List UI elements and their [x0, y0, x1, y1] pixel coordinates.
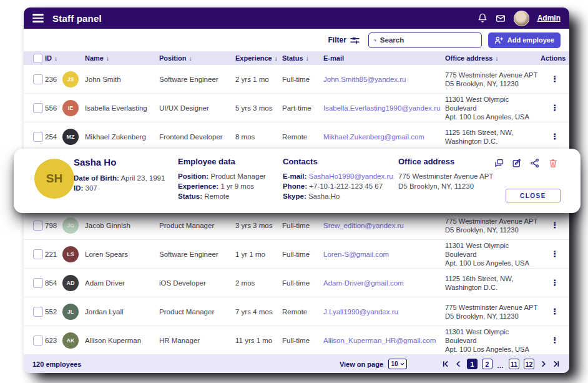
employee-card: SH Sasha Ho Date of Birth: April 23, 199…	[14, 149, 581, 213]
row-name: Allison Kuperman	[85, 337, 159, 344]
table-row: 854 AD Adam Driver iOS Developer 2 mos F…	[24, 269, 569, 297]
admin-link[interactable]: Admin	[537, 14, 561, 22]
row-email-link[interactable]: Adam-Driver@gmail.com	[323, 279, 445, 287]
close-card-button[interactable]: CLOSE	[506, 189, 561, 202]
row-experience: 2 mos	[235, 279, 282, 287]
card-email-link[interactable]: SashaHo1990@yandex.ru	[309, 172, 393, 180]
row-status: Full-time	[282, 251, 323, 258]
row-email-link[interactable]: John.Smith85@yandex.ru	[323, 76, 445, 83]
row-status: Full-time	[282, 76, 323, 83]
sort-icon: ↓	[495, 55, 498, 62]
row-actions-kebab-icon[interactable]: ⋮	[541, 249, 569, 259]
row-experience: 7 yrs 4 mos	[235, 308, 282, 316]
row-email-link[interactable]: Loren-S@gmail.com	[323, 251, 445, 258]
row-checkbox[interactable]	[33, 74, 43, 84]
row-email-link[interactable]: Allison_Kuperman_HR@gmail.com	[323, 337, 445, 344]
row-checkbox[interactable]	[33, 336, 43, 346]
row-status: Full-time	[282, 337, 323, 344]
delete-icon[interactable]	[548, 158, 558, 168]
row-name: John Smith	[85, 76, 159, 83]
row-id: 556	[45, 104, 62, 112]
page-button[interactable]: 11	[509, 359, 519, 369]
row-experience: 11 yrs 1 mo	[235, 337, 282, 344]
row-avatar: AD	[62, 275, 79, 291]
table-footer: 120 employees View on page 10 12…1112	[24, 355, 569, 373]
col-experience[interactable]: Experience↓	[235, 54, 282, 62]
row-checkbox[interactable]	[33, 278, 43, 288]
sort-icon: ↓	[275, 55, 278, 62]
filter-button[interactable]: Filter	[328, 36, 359, 44]
row-id: 623	[45, 337, 62, 344]
toolbar: Filter Add employee	[24, 29, 569, 51]
sort-icon: ↓	[54, 55, 57, 62]
col-position[interactable]: Position↓	[159, 54, 235, 62]
row-checkbox[interactable]	[33, 221, 43, 231]
row-actions-kebab-icon[interactable]: ⋮	[541, 103, 569, 112]
pagination-ellipsis: …	[497, 362, 504, 369]
prev-page-button[interactable]	[454, 360, 463, 369]
col-status[interactable]: Status↓	[282, 54, 323, 62]
row-checkbox[interactable]	[33, 249, 43, 259]
pagination-pages: 12…1112	[467, 359, 534, 369]
hamburger-menu-icon[interactable]	[32, 14, 44, 22]
chat-icon[interactable]	[494, 158, 504, 168]
row-actions-kebab-icon[interactable]: ⋮	[541, 132, 569, 141]
table-row: 236 JS John Smith Software Engineer 2 yr…	[24, 65, 569, 94]
row-position: Product Manager	[159, 308, 235, 316]
sort-icon: ↓	[306, 55, 309, 62]
filter-label: Filter	[328, 36, 346, 44]
row-id: 254	[45, 133, 62, 141]
row-actions-kebab-icon[interactable]: ⋮	[541, 336, 569, 345]
row-status: Remote	[282, 308, 323, 316]
col-email[interactable]: E-mail	[323, 54, 445, 62]
col-office[interactable]: Office address↓	[445, 54, 541, 62]
page-button[interactable]: 2	[482, 359, 492, 369]
row-office-address: 1125 16th Street, NW, Washington D.C.	[445, 128, 541, 146]
select-all-checkbox[interactable]	[33, 54, 42, 63]
row-email-link[interactable]: Mikhael.Zukenberg@gmail.com	[323, 133, 445, 141]
col-name[interactable]: Name↓	[85, 54, 159, 62]
bell-icon[interactable]	[478, 13, 488, 23]
row-actions-kebab-icon[interactable]: ⋮	[541, 74, 569, 84]
row-checkbox[interactable]	[33, 307, 43, 317]
card-employee-name: Sasha Ho	[74, 157, 165, 167]
row-experience: 2 yrs 1 mo	[235, 76, 282, 83]
search-input[interactable]	[380, 36, 476, 44]
row-id: 798	[45, 222, 62, 229]
add-employee-button[interactable]: Add employee	[488, 32, 561, 48]
last-page-button[interactable]	[552, 360, 561, 369]
share-icon[interactable]	[530, 158, 540, 168]
page-size-select[interactable]: 10	[388, 359, 407, 369]
row-experience: 1 yr 1 mo	[235, 251, 282, 258]
page-button[interactable]: 12	[524, 359, 534, 369]
row-id: 552	[45, 308, 62, 316]
col-actions: Actions	[541, 54, 574, 62]
row-status: Full-time	[282, 222, 323, 229]
add-employee-label: Add employee	[507, 36, 554, 44]
row-position: HR Manager	[159, 337, 235, 344]
edit-icon[interactable]	[512, 158, 522, 168]
row-experience: 3 yrs 3 mos	[235, 222, 282, 229]
mail-icon[interactable]	[496, 13, 506, 23]
pagination: 12…1112	[441, 359, 561, 369]
row-email-link[interactable]: Isabella.Everlasting1990@yandex.ru	[323, 104, 445, 112]
row-actions-kebab-icon[interactable]: ⋮	[541, 221, 569, 230]
row-checkbox[interactable]	[33, 132, 43, 142]
row-actions-kebab-icon[interactable]: ⋮	[541, 278, 569, 287]
first-page-button[interactable]	[441, 360, 449, 369]
row-email-link[interactable]: J.Lyall1990@yandex.ru	[323, 308, 445, 316]
row-email-link[interactable]: Srew_edition@yandex.ru	[323, 222, 445, 229]
row-office-address: 775 Westminster Avenue APT D5 Brooklyn, …	[445, 217, 541, 234]
row-actions-kebab-icon[interactable]: ⋮	[541, 307, 569, 316]
row-id: 221	[45, 251, 62, 258]
person-plus-icon	[494, 36, 504, 44]
col-id[interactable]: ID↓	[45, 54, 62, 62]
row-avatar: JL	[62, 304, 79, 320]
table-header-row: ID↓ Name↓ Position↓ Experience↓ Status↓ …	[24, 51, 569, 65]
row-checkbox[interactable]	[33, 103, 43, 113]
row-status: Full-time	[282, 279, 323, 287]
next-page-button[interactable]	[539, 360, 547, 369]
row-id: 854	[45, 279, 62, 287]
page-button[interactable]: 1	[467, 359, 478, 369]
view-on-page-label: View on page	[340, 361, 383, 368]
